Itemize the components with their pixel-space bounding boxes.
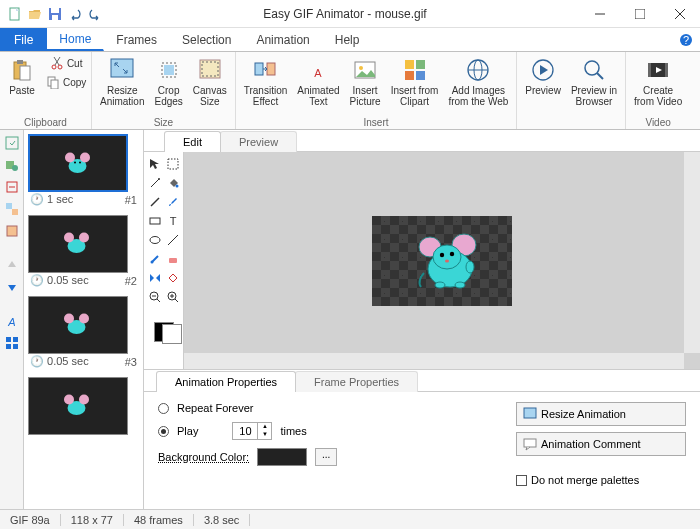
rail-grid-icon[interactable]: [3, 334, 21, 352]
wand-tool[interactable]: [147, 175, 163, 191]
cut-button[interactable]: Cut: [42, 54, 89, 72]
help-icon[interactable]: ?: [672, 28, 700, 51]
file-menu[interactable]: File: [0, 28, 47, 51]
minimize-button[interactable]: [580, 0, 620, 28]
resize-animation-button[interactable]: Resize Animation: [96, 54, 148, 109]
open-icon[interactable]: [26, 5, 44, 23]
line-tool[interactable]: [165, 232, 181, 248]
arrow-down-icon[interactable]: [3, 278, 21, 296]
svg-text:?: ?: [683, 34, 689, 46]
svg-rect-22: [200, 60, 220, 78]
bgcolor-browse[interactable]: ...: [315, 448, 337, 466]
marquee-tool[interactable]: [165, 156, 181, 172]
svg-point-96: [455, 282, 465, 288]
flip-v-tool[interactable]: [165, 270, 181, 286]
clipart-icon: [401, 56, 429, 84]
zoom-in-tool[interactable]: [165, 289, 181, 305]
cut-icon: [49, 55, 65, 71]
rail-text-icon[interactable]: A: [3, 312, 21, 330]
tab-animation-properties[interactable]: Animation Properties: [156, 371, 296, 392]
new-icon[interactable]: [6, 5, 24, 23]
status-bar: GIF 89a 118 x 77 48 frames 3.8 sec: [0, 509, 700, 529]
ellipse-tool[interactable]: [147, 232, 163, 248]
canvas[interactable]: [372, 216, 512, 306]
clock-icon: 🕐 1 sec: [30, 193, 73, 206]
svg-rect-12: [20, 66, 30, 80]
editor-tabs: Edit Preview: [144, 130, 700, 152]
pencil-tool[interactable]: [147, 194, 163, 210]
frame-3[interactable]: 🕐 0.05 sec#3: [28, 296, 139, 369]
text-tool[interactable]: T: [165, 213, 181, 229]
tab-animation[interactable]: Animation: [244, 28, 322, 51]
arrow-up-icon[interactable]: [3, 256, 21, 274]
ribbon-insert: Transition Effect AAnimated Text Insert …: [236, 52, 518, 129]
vertical-scrollbar[interactable]: [684, 152, 700, 353]
rail-icon-3[interactable]: [3, 178, 21, 196]
svg-rect-98: [524, 408, 536, 418]
flip-h-tool[interactable]: [147, 270, 163, 286]
svg-point-93: [450, 251, 454, 255]
rail-icon-2[interactable]: [3, 156, 21, 174]
animation-comment-link[interactable]: Animation Comment: [516, 432, 686, 456]
maximize-button[interactable]: [620, 0, 660, 28]
zoom-out-tool[interactable]: [147, 289, 163, 305]
preview-button[interactable]: Preview: [521, 54, 565, 98]
bg-color-swatch[interactable]: [162, 324, 182, 344]
tab-help[interactable]: Help: [323, 28, 373, 51]
add-from-web-button[interactable]: Add Images from the Web: [444, 54, 512, 109]
create-from-video-button[interactable]: Create from Video: [630, 54, 686, 109]
resize-animation-link[interactable]: Resize Animation: [516, 402, 686, 426]
svg-point-13: [52, 65, 56, 69]
play-count-input[interactable]: [233, 423, 257, 439]
eyedropper-tool[interactable]: [147, 251, 163, 267]
crop-edges-button[interactable]: Crop Edges: [150, 54, 186, 109]
editor-tab-edit[interactable]: Edit: [164, 131, 221, 152]
svg-rect-99: [524, 439, 536, 447]
merge-palettes-checkbox[interactable]: Do not merge palettes: [516, 474, 686, 486]
rail-icon-1[interactable]: [3, 134, 21, 152]
pointer-tool[interactable]: [147, 156, 163, 172]
save-icon[interactable]: [46, 5, 64, 23]
svg-rect-51: [6, 337, 11, 342]
svg-point-71: [158, 178, 160, 180]
insert-clipart-button[interactable]: Insert from Clipart: [387, 54, 443, 109]
repeat-forever-radio[interactable]: Repeat Forever: [158, 402, 476, 414]
play-count-spinner[interactable]: ▲▼: [232, 422, 272, 440]
rail-icon-4[interactable]: [3, 200, 21, 218]
frame-1[interactable]: 🕐 1 sec#1: [28, 134, 139, 207]
close-button[interactable]: [660, 0, 700, 28]
rect-tool[interactable]: [147, 213, 163, 229]
play-radio[interactable]: Play ▲▼ times: [158, 422, 476, 440]
paste-button[interactable]: Paste: [4, 54, 40, 98]
frame-2[interactable]: 🕐 0.05 sec#2: [28, 215, 139, 288]
preview-browser-button[interactable]: Preview in Browser: [567, 54, 621, 109]
ribbon-video: Create from Video Video: [626, 52, 690, 129]
insert-picture-button[interactable]: Insert Picture: [346, 54, 385, 109]
svg-rect-19: [111, 59, 133, 77]
svg-line-70: [151, 179, 159, 187]
bgcolor-swatch[interactable]: [257, 448, 307, 466]
animated-text-button[interactable]: AAnimated Text: [293, 54, 343, 109]
editor-tab-preview[interactable]: Preview: [220, 131, 297, 152]
tab-frames[interactable]: Frames: [104, 28, 170, 51]
brush-tool[interactable]: [165, 194, 181, 210]
eraser-tool[interactable]: [165, 251, 181, 267]
text-icon: A: [304, 56, 332, 84]
svg-line-85: [175, 299, 178, 302]
canvas-size-button[interactable]: Canvas Size: [189, 54, 231, 109]
rail-icon-5[interactable]: [3, 222, 21, 240]
tab-home[interactable]: Home: [47, 28, 104, 51]
tab-selection[interactable]: Selection: [170, 28, 244, 51]
bucket-tool[interactable]: [165, 175, 181, 191]
horizontal-scrollbar[interactable]: [184, 353, 684, 369]
frames-panel[interactable]: 🕐 1 sec#1 🕐 0.05 sec#2 🕐 0.05 sec#3: [24, 130, 144, 509]
svg-point-44: [12, 165, 18, 171]
frame-4[interactable]: [28, 377, 139, 435]
undo-icon[interactable]: [66, 5, 84, 23]
copy-button[interactable]: Copy: [42, 73, 89, 91]
transition-effect-button[interactable]: Transition Effect: [240, 54, 292, 109]
tab-frame-properties[interactable]: Frame Properties: [295, 371, 418, 392]
redo-icon[interactable]: [86, 5, 104, 23]
svg-point-65: [79, 314, 89, 324]
svg-rect-80: [169, 258, 177, 263]
